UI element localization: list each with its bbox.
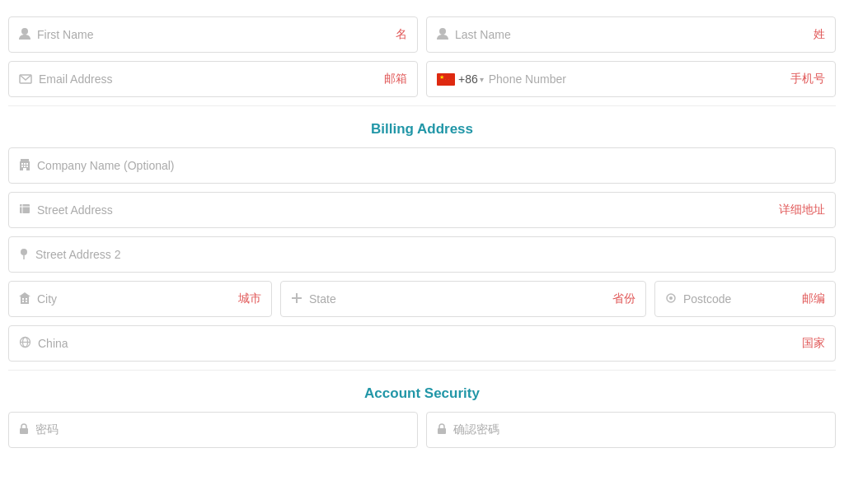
contact-row: Email Address 邮箱 +86 ▾ Phone Number 手机号 — [8, 61, 836, 97]
svg-rect-18 — [22, 298, 24, 300]
postcode-field[interactable]: Postcode 邮编 — [654, 281, 836, 317]
street1-hint: 详细地址 — [779, 203, 825, 217]
phone-field[interactable]: +86 ▾ Phone Number 手机号 — [426, 61, 836, 97]
svg-rect-20 — [22, 301, 24, 302]
svg-marker-22 — [19, 292, 30, 296]
confirm-password-field[interactable]: 确認密碼 — [426, 412, 836, 448]
email-placeholder: Email Address — [39, 72, 384, 86]
first-name-field[interactable]: First Name 名 — [8, 16, 418, 53]
map-icon — [19, 203, 30, 217]
postcode-hint: 邮编 — [802, 292, 825, 306]
company-row: Company Name (Optional) — [8, 147, 836, 184]
postcode-placeholder: Postcode — [683, 292, 802, 306]
lock-icon — [19, 422, 29, 437]
street2-row: Street Address 2 — [8, 236, 836, 273]
company-field[interactable]: Company Name (Optional) — [8, 147, 836, 184]
divider-security — [8, 370, 836, 371]
svg-rect-12 — [20, 204, 30, 213]
form-container: First Name 名 Last Name 姓 Email Address 邮… — [8, 16, 836, 448]
confirm-password-placeholder: 确認密碼 — [453, 422, 825, 437]
svg-point-26 — [669, 296, 673, 300]
phone-placeholder: Phone Number — [489, 72, 790, 86]
svg-rect-31 — [438, 428, 446, 434]
street1-placeholder: Street Address — [37, 203, 779, 217]
state-field[interactable]: State 省份 — [280, 281, 646, 317]
svg-rect-7 — [21, 166, 23, 167]
street2-field[interactable]: Street Address 2 — [8, 236, 836, 273]
last-name-field[interactable]: Last Name 姓 — [426, 16, 836, 53]
globe-icon — [19, 336, 31, 351]
svg-point-1 — [439, 28, 446, 35]
dropdown-arrow-icon: ▾ — [480, 75, 484, 84]
location-icon — [19, 247, 29, 263]
svg-point-0 — [21, 28, 28, 35]
state-icon — [291, 292, 302, 306]
city-hint: 城市 — [238, 292, 261, 306]
building-icon — [19, 158, 30, 173]
city-placeholder: City — [37, 292, 238, 306]
first-name-hint: 名 — [396, 27, 407, 42]
email-hint: 邮箱 — [384, 72, 407, 86]
svg-rect-5 — [24, 163, 26, 165]
divider-billing — [8, 105, 836, 106]
phone-prefix[interactable]: +86 ▾ — [437, 72, 484, 86]
city-state-row: City 城市 State 省份 Postcode 邮编 — [8, 281, 836, 317]
state-placeholder: State — [309, 292, 612, 306]
country-field[interactable]: China 国家 — [8, 325, 836, 362]
last-name-placeholder: Last Name — [455, 28, 814, 41]
password-row: 密码 确認密碼 — [8, 412, 836, 448]
country-value: China — [38, 337, 802, 350]
street1-field[interactable]: Street Address 详细地址 — [8, 192, 836, 228]
billing-section-title: Billing Address — [8, 121, 836, 138]
svg-rect-4 — [21, 163, 23, 165]
company-placeholder: Company Name (Optional) — [37, 159, 825, 172]
svg-rect-10 — [23, 168, 26, 170]
phone-hint: 手机号 — [790, 72, 825, 86]
svg-rect-19 — [26, 298, 27, 300]
country-row: China 国家 — [8, 325, 836, 362]
name-row: First Name 名 Last Name 姓 — [8, 16, 836, 53]
state-hint: 省份 — [612, 292, 635, 306]
svg-point-15 — [21, 249, 27, 255]
svg-rect-30 — [20, 428, 28, 434]
svg-rect-17 — [21, 296, 29, 304]
security-section-title: Account Security — [8, 385, 836, 402]
phone-code: +86 — [458, 72, 478, 86]
china-flag-icon — [437, 73, 455, 86]
password-placeholder: 密码 — [35, 422, 407, 437]
svg-rect-21 — [26, 301, 27, 302]
person-icon-2 — [437, 27, 448, 43]
lock-icon-2 — [437, 422, 447, 437]
svg-rect-6 — [26, 163, 28, 165]
postcode-icon — [665, 292, 677, 306]
svg-rect-11 — [21, 159, 29, 161]
first-name-placeholder: First Name — [37, 28, 396, 41]
email-icon — [19, 72, 32, 86]
city-icon — [19, 292, 30, 306]
svg-rect-9 — [26, 166, 28, 167]
password-field[interactable]: 密码 — [8, 412, 418, 448]
street1-row: Street Address 详细地址 — [8, 192, 836, 228]
person-icon — [19, 27, 30, 43]
email-field[interactable]: Email Address 邮箱 — [8, 61, 418, 97]
svg-rect-8 — [24, 166, 26, 167]
street2-placeholder: Street Address 2 — [35, 248, 825, 261]
country-hint: 国家 — [802, 336, 825, 351]
city-field[interactable]: City 城市 — [8, 281, 272, 317]
last-name-hint: 姓 — [814, 27, 825, 42]
